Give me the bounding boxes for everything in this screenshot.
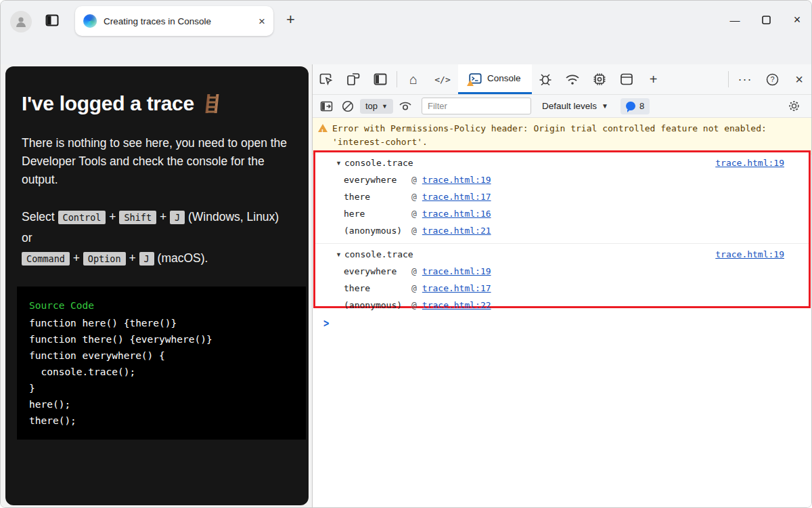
dock-side-icon — [374, 73, 387, 85]
frame-source-link[interactable]: trace.html:16 — [422, 209, 491, 219]
browser-urlbar-row: ← https://microsoftedge.github.io/Demos/… — [1, 39, 812, 64]
dock-side-button[interactable] — [367, 64, 394, 94]
browser-tab[interactable]: Creating traces in Console × — [75, 6, 273, 36]
stack-frame-row: everywhere@trace.html:19 — [322, 171, 802, 188]
close-devtools-button[interactable]: × — [786, 64, 812, 94]
context-selector-value: top — [365, 101, 378, 111]
profile-avatar[interactable] — [10, 11, 32, 33]
help-button[interactable]: ? — [759, 64, 786, 94]
chevron-down-icon: ▼ — [382, 103, 388, 110]
close-icon: × — [795, 72, 803, 87]
minimize-button[interactable]: — — [719, 14, 750, 26]
browser-content: I've logged a trace There is nothing to … — [1, 64, 812, 508]
close-window-button[interactable]: × — [782, 13, 812, 27]
chevron-down-icon: ▼ — [602, 102, 608, 110]
person-icon — [14, 15, 28, 28]
maximize-button[interactable] — [750, 16, 782, 24]
frame-at-symbol: @ — [411, 192, 417, 202]
frame-source-link[interactable]: trace.html:19 — [422, 266, 491, 276]
chat-bubble-icon — [626, 102, 635, 110]
tab-issues[interactable] — [532, 64, 559, 94]
console-messages: Error with Permissions-Policy header: Or… — [313, 118, 812, 508]
page-title: I've logged a trace — [22, 92, 292, 115]
trace-header: ▼console.tracetrace.html:19 — [322, 154, 802, 171]
trace-source-link[interactable]: trace.html:19 — [715, 158, 784, 168]
message-count-badge[interactable]: 8 — [621, 98, 650, 114]
log-levels-dropdown[interactable]: Default levels ▼ — [542, 101, 608, 111]
more-dots-icon: ··· — [738, 76, 752, 83]
console-settings-button[interactable] — [784, 97, 803, 116]
filter-input[interactable] — [422, 98, 531, 114]
console-tab-icon-wrap — [469, 73, 482, 84]
device-emulation-button[interactable] — [340, 64, 367, 94]
stack-frame-row: there@trace.html:17 — [322, 188, 802, 205]
clear-console-button[interactable] — [338, 97, 357, 116]
frame-at-symbol: @ — [411, 209, 417, 219]
frame-function-name: everywhere — [344, 266, 409, 276]
frame-function-name: everywhere — [344, 175, 409, 185]
warning-triangle-icon — [318, 124, 328, 132]
new-tab-button[interactable]: + — [286, 13, 295, 26]
console-sidebar-icon — [320, 101, 333, 112]
trace-label: console.trace — [344, 158, 413, 168]
expand-triangle-icon[interactable]: ▼ — [336, 251, 342, 258]
tab-performance[interactable] — [586, 64, 613, 94]
frame-at-symbol: @ — [411, 300, 417, 310]
plus-icon: + — [650, 72, 658, 87]
elements-icon: </> — [434, 75, 450, 85]
maximize-icon — [762, 16, 771, 24]
page-title-text: I've logged a trace — [22, 92, 194, 115]
console-warning-badge-icon — [467, 80, 474, 86]
tab-application[interactable] — [613, 64, 640, 94]
frame-source-link[interactable]: trace.html:21 — [422, 226, 491, 236]
browser-window: Creating traces in Console × + — × ← — [0, 0, 812, 508]
warning-text: Error with Permissions-Policy header: Or… — [332, 122, 767, 149]
tab-elements[interactable]: </> — [427, 64, 458, 94]
frame-function-name: there — [344, 192, 409, 202]
tab-console[interactable]: Console — [458, 64, 532, 94]
kbd-command: Command — [22, 252, 70, 266]
shortcut-mac-suffix: (macOS). — [154, 251, 208, 265]
network-wifi-icon — [565, 74, 580, 85]
home-icon: ⌂ — [409, 72, 418, 87]
source-code-title: Source Code — [29, 297, 294, 314]
frame-function-name: (anonymous) — [344, 226, 409, 236]
frame-at-symbol: @ — [411, 283, 417, 293]
kbd-control: Control — [58, 211, 106, 224]
stack-frame-row: (anonymous)@trace.html:21 — [322, 222, 802, 239]
trace-source-link[interactable]: trace.html:19 — [715, 249, 784, 259]
cpu-chip-icon — [593, 72, 606, 86]
frame-function-name: there — [344, 283, 409, 293]
inspect-element-button[interactable] — [313, 64, 340, 94]
customize-devtools-button[interactable]: ··· — [731, 64, 759, 94]
workspaces-icon[interactable] — [45, 14, 60, 28]
trace-groups: ▼console.tracetrace.html:19everywhere@tr… — [315, 152, 809, 318]
live-expression-button[interactable] — [396, 97, 415, 116]
frame-at-symbol: @ — [411, 175, 417, 185]
frame-source-link[interactable]: trace.html:19 — [422, 175, 491, 185]
frame-source-link[interactable]: trace.html:17 — [422, 283, 491, 293]
console-prompt[interactable]: > — [313, 314, 812, 332]
browser-titlebar: Creating traces in Console × + — × — [1, 1, 812, 39]
svg-text:?: ? — [770, 75, 774, 83]
frame-source-link[interactable]: trace.html:22 — [422, 300, 491, 310]
tab-network[interactable] — [559, 64, 586, 94]
context-selector[interactable]: top ▼ — [360, 99, 393, 114]
gear-icon — [788, 100, 800, 112]
frame-source-link[interactable]: trace.html:17 — [422, 192, 491, 202]
warning-line1: Error with Permissions-Policy header: Or… — [332, 123, 767, 133]
tab-close-icon[interactable]: × — [258, 16, 265, 27]
toolbar-separator — [728, 71, 729, 87]
console-sidebar-button[interactable] — [317, 97, 336, 116]
trace-group: ▼console.tracetrace.html:19everywhere@tr… — [315, 152, 809, 243]
expand-triangle-icon[interactable]: ▼ — [336, 160, 342, 167]
tab-title: Creating traces in Console — [104, 16, 252, 26]
trace-header: ▼console.tracetrace.html:19 — [322, 246, 802, 263]
tab-welcome[interactable]: ⌂ — [400, 64, 427, 94]
trace-group: ▼console.tracetrace.html:19everywhere@tr… — [315, 243, 809, 318]
kbd-j-win: J — [170, 211, 185, 224]
log-levels-label: Default levels — [542, 101, 597, 111]
clear-console-icon — [342, 100, 354, 112]
more-tabs-button[interactable]: + — [640, 64, 667, 94]
help-icon: ? — [766, 73, 779, 86]
